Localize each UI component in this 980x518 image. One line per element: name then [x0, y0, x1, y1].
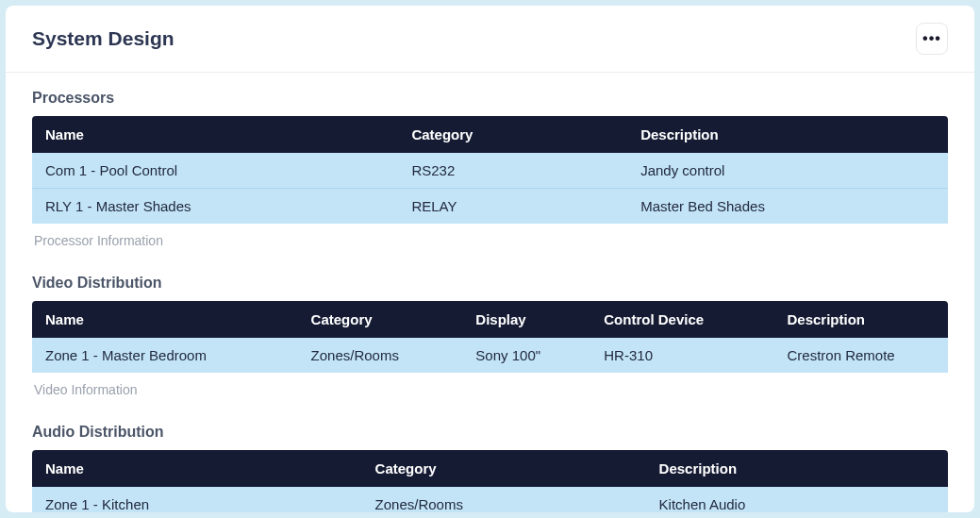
col-description: Description	[773, 301, 948, 338]
table-row[interactable]: Com 1 - Pool Control RS232 Jandy control	[32, 153, 948, 189]
cell-name: Com 1 - Pool Control	[32, 153, 398, 189]
col-category: Category	[298, 301, 463, 338]
cell-display: Sony 100"	[462, 338, 590, 373]
col-name: Name	[32, 450, 362, 487]
processors-footer: Processor Information	[32, 224, 948, 248]
col-category: Category	[398, 116, 627, 153]
table-header-row: Name Category Description	[32, 116, 948, 153]
col-description: Description	[646, 450, 948, 487]
system-design-card: System Design ••• Processors Name Catego…	[6, 6, 974, 512]
table-row[interactable]: RLY 1 - Master Shades RELAY Master Bed S…	[32, 189, 948, 225]
video-section: Video Distribution Name Category Display…	[32, 275, 948, 397]
col-name: Name	[32, 301, 298, 338]
card-header: System Design •••	[6, 6, 974, 73]
cell-category: RS232	[398, 153, 627, 189]
cell-description: Kitchen Audio	[646, 487, 948, 512]
page-title: System Design	[32, 27, 174, 50]
card-body: Processors Name Category Description	[6, 73, 974, 512]
table-row[interactable]: Zone 1 - Master Bedroom Zones/Rooms Sony…	[32, 338, 948, 373]
audio-table: Name Category Description Zone 1 - Kitch…	[32, 450, 948, 512]
video-footer: Video Information	[32, 373, 948, 397]
cell-description: Master Bed Shades	[627, 189, 948, 225]
cell-name: Zone 1 - Kitchen	[32, 487, 362, 512]
more-icon: •••	[922, 31, 941, 46]
col-name: Name	[32, 116, 398, 153]
table-header-row: Name Category Display Control Device Des…	[32, 301, 948, 338]
col-control-device: Control Device	[590, 301, 773, 338]
video-table: Name Category Display Control Device Des…	[32, 301, 948, 373]
col-description: Description	[627, 116, 948, 153]
col-display: Display	[462, 301, 590, 338]
cell-description: Crestron Remote	[773, 338, 948, 373]
cell-category: Zones/Rooms	[362, 487, 646, 512]
audio-title: Audio Distribution	[32, 424, 948, 441]
table-header-row: Name Category Description	[32, 450, 948, 487]
audio-section: Audio Distribution Name Category Descrip…	[32, 424, 948, 512]
processors-title: Processors	[32, 90, 948, 107]
processors-section: Processors Name Category Description	[32, 90, 948, 248]
cell-category: Zones/Rooms	[298, 338, 463, 373]
cell-category: RELAY	[398, 189, 627, 225]
cell-name: RLY 1 - Master Shades	[32, 189, 398, 225]
more-options-button[interactable]: •••	[916, 23, 948, 55]
table-row[interactable]: Zone 1 - Kitchen Zones/Rooms Kitchen Aud…	[32, 487, 948, 512]
cell-description: Jandy control	[627, 153, 948, 189]
cell-control-device: HR-310	[590, 338, 773, 373]
video-title: Video Distribution	[32, 275, 948, 292]
processors-table: Name Category Description Com 1 - Pool C…	[32, 116, 948, 224]
cell-name: Zone 1 - Master Bedroom	[32, 338, 298, 373]
col-category: Category	[362, 450, 646, 487]
